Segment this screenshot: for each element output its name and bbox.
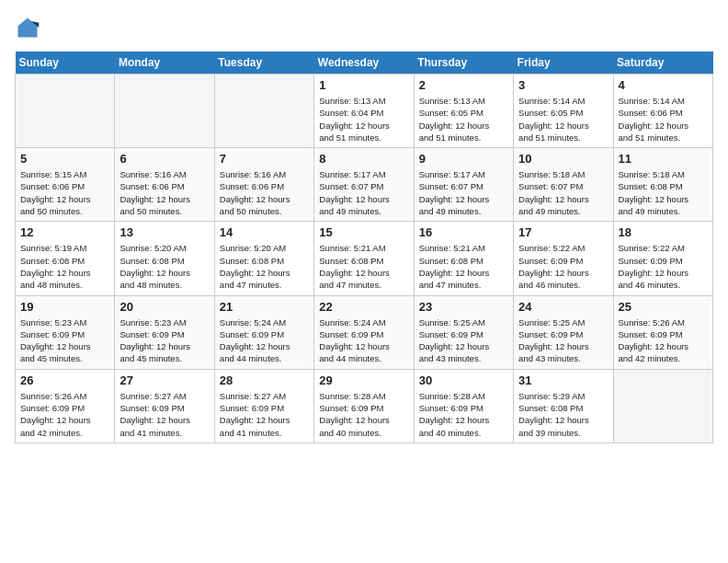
week-row-2: 5Sunrise: 5:15 AM Sunset: 6:06 PM Daylig…	[16, 148, 713, 222]
day-info: Sunrise: 5:14 AM Sunset: 6:06 PM Dayligh…	[619, 95, 708, 144]
day-info: Sunrise: 5:28 AM Sunset: 6:09 PM Dayligh…	[419, 390, 508, 439]
calendar-cell: 28Sunrise: 5:27 AM Sunset: 6:09 PM Dayli…	[214, 369, 313, 442]
header	[15, 15, 713, 40]
calendar-cell: 11Sunrise: 5:18 AM Sunset: 6:08 PM Dayli…	[613, 148, 712, 222]
day-number: 13	[119, 225, 209, 239]
calendar-cell: 30Sunrise: 5:28 AM Sunset: 6:09 PM Dayli…	[414, 369, 513, 442]
day-number: 30	[419, 373, 508, 387]
weekday-header-saturday: Saturday	[613, 52, 712, 75]
calendar-cell: 8Sunrise: 5:17 AM Sunset: 6:07 PM Daylig…	[314, 148, 414, 222]
day-number: 20	[119, 300, 209, 314]
calendar-cell: 20Sunrise: 5:23 AM Sunset: 6:09 PM Dayli…	[115, 295, 214, 369]
day-info: Sunrise: 5:27 AM Sunset: 6:09 PM Dayligh…	[119, 390, 209, 439]
calendar-cell: 12Sunrise: 5:19 AM Sunset: 6:08 PM Dayli…	[16, 222, 115, 295]
calendar-cell: 14Sunrise: 5:20 AM Sunset: 6:08 PM Dayli…	[214, 222, 313, 295]
day-number: 26	[20, 373, 109, 387]
calendar-cell: 24Sunrise: 5:25 AM Sunset: 6:09 PM Dayli…	[514, 295, 613, 369]
day-info: Sunrise: 5:16 AM Sunset: 6:06 PM Dayligh…	[220, 168, 309, 217]
day-number: 9	[419, 152, 508, 166]
day-number: 3	[518, 78, 608, 92]
day-info: Sunrise: 5:24 AM Sunset: 6:09 PM Dayligh…	[319, 316, 408, 365]
day-info: Sunrise: 5:20 AM Sunset: 6:08 PM Dayligh…	[119, 242, 209, 291]
day-number: 25	[619, 300, 708, 314]
day-number: 4	[619, 78, 708, 92]
calendar-cell	[16, 75, 115, 148]
day-info: Sunrise: 5:23 AM Sunset: 6:09 PM Dayligh…	[119, 316, 209, 365]
day-number: 31	[518, 373, 608, 387]
day-number: 23	[419, 300, 508, 314]
calendar-cell: 5Sunrise: 5:15 AM Sunset: 6:06 PM Daylig…	[16, 148, 115, 222]
day-number: 17	[518, 225, 608, 239]
day-number: 22	[319, 300, 408, 314]
svg-marker-0	[18, 18, 38, 38]
day-number: 5	[20, 152, 109, 166]
calendar-cell: 6Sunrise: 5:16 AM Sunset: 6:06 PM Daylig…	[115, 148, 214, 222]
day-number: 28	[220, 373, 309, 387]
day-info: Sunrise: 5:22 AM Sunset: 6:09 PM Dayligh…	[518, 242, 608, 291]
weekday-header-tuesday: Tuesday	[214, 52, 313, 75]
calendar-cell	[214, 75, 313, 148]
week-row-3: 12Sunrise: 5:19 AM Sunset: 6:08 PM Dayli…	[16, 222, 713, 295]
day-number: 12	[20, 225, 109, 239]
weekday-header-thursday: Thursday	[414, 52, 513, 75]
day-info: Sunrise: 5:17 AM Sunset: 6:07 PM Dayligh…	[319, 168, 408, 217]
calendar-cell: 10Sunrise: 5:18 AM Sunset: 6:07 PM Dayli…	[514, 148, 613, 222]
calendar-cell: 25Sunrise: 5:26 AM Sunset: 6:09 PM Dayli…	[613, 295, 712, 369]
calendar-cell: 15Sunrise: 5:21 AM Sunset: 6:08 PM Dayli…	[314, 222, 414, 295]
day-info: Sunrise: 5:22 AM Sunset: 6:09 PM Dayligh…	[619, 242, 708, 291]
day-info: Sunrise: 5:15 AM Sunset: 6:06 PM Dayligh…	[20, 168, 109, 217]
day-number: 7	[220, 152, 309, 166]
day-info: Sunrise: 5:26 AM Sunset: 6:09 PM Dayligh…	[619, 316, 708, 365]
calendar-cell: 17Sunrise: 5:22 AM Sunset: 6:09 PM Dayli…	[514, 222, 613, 295]
calendar-cell: 13Sunrise: 5:20 AM Sunset: 6:08 PM Dayli…	[115, 222, 214, 295]
calendar-cell: 4Sunrise: 5:14 AM Sunset: 6:06 PM Daylig…	[613, 75, 712, 148]
weekday-header-friday: Friday	[514, 52, 613, 75]
day-number: 16	[419, 225, 508, 239]
day-info: Sunrise: 5:14 AM Sunset: 6:05 PM Dayligh…	[518, 95, 608, 144]
logo	[15, 15, 44, 40]
day-info: Sunrise: 5:16 AM Sunset: 6:06 PM Dayligh…	[119, 168, 209, 217]
weekday-header-monday: Monday	[115, 52, 214, 75]
calendar-cell: 22Sunrise: 5:24 AM Sunset: 6:09 PM Dayli…	[314, 295, 414, 369]
week-row-1: 1Sunrise: 5:13 AM Sunset: 6:04 PM Daylig…	[16, 75, 713, 148]
calendar-cell: 27Sunrise: 5:27 AM Sunset: 6:09 PM Dayli…	[115, 369, 214, 442]
calendar-cell: 19Sunrise: 5:23 AM Sunset: 6:09 PM Dayli…	[16, 295, 115, 369]
day-number: 6	[119, 152, 209, 166]
day-number: 1	[319, 78, 408, 92]
calendar-cell: 29Sunrise: 5:28 AM Sunset: 6:09 PM Dayli…	[314, 369, 414, 442]
calendar-cell: 3Sunrise: 5:14 AM Sunset: 6:05 PM Daylig…	[514, 75, 613, 148]
calendar-cell: 16Sunrise: 5:21 AM Sunset: 6:08 PM Dayli…	[414, 222, 513, 295]
day-info: Sunrise: 5:18 AM Sunset: 6:07 PM Dayligh…	[518, 168, 608, 217]
day-info: Sunrise: 5:13 AM Sunset: 6:04 PM Dayligh…	[319, 95, 408, 144]
calendar-table: SundayMondayTuesdayWednesdayThursdayFrid…	[15, 52, 713, 443]
calendar-cell: 18Sunrise: 5:22 AM Sunset: 6:09 PM Dayli…	[613, 222, 712, 295]
day-info: Sunrise: 5:28 AM Sunset: 6:09 PM Dayligh…	[319, 390, 408, 439]
day-number: 29	[319, 373, 408, 387]
logo-icon	[15, 15, 40, 40]
day-info: Sunrise: 5:26 AM Sunset: 6:09 PM Dayligh…	[20, 390, 109, 439]
day-number: 18	[619, 225, 708, 239]
day-info: Sunrise: 5:20 AM Sunset: 6:08 PM Dayligh…	[220, 242, 309, 291]
day-number: 2	[419, 78, 508, 92]
day-info: Sunrise: 5:25 AM Sunset: 6:09 PM Dayligh…	[419, 316, 508, 365]
calendar-cell	[115, 75, 214, 148]
day-info: Sunrise: 5:25 AM Sunset: 6:09 PM Dayligh…	[518, 316, 608, 365]
week-row-5: 26Sunrise: 5:26 AM Sunset: 6:09 PM Dayli…	[16, 369, 713, 442]
day-info: Sunrise: 5:19 AM Sunset: 6:08 PM Dayligh…	[20, 242, 109, 291]
day-info: Sunrise: 5:24 AM Sunset: 6:09 PM Dayligh…	[220, 316, 309, 365]
calendar-cell: 21Sunrise: 5:24 AM Sunset: 6:09 PM Dayli…	[214, 295, 313, 369]
calendar-cell: 1Sunrise: 5:13 AM Sunset: 6:04 PM Daylig…	[314, 75, 414, 148]
day-number: 8	[319, 152, 408, 166]
day-number: 15	[319, 225, 408, 239]
calendar-cell: 23Sunrise: 5:25 AM Sunset: 6:09 PM Dayli…	[414, 295, 513, 369]
day-number: 11	[619, 152, 708, 166]
day-info: Sunrise: 5:18 AM Sunset: 6:08 PM Dayligh…	[619, 168, 708, 217]
day-info: Sunrise: 5:21 AM Sunset: 6:08 PM Dayligh…	[419, 242, 508, 291]
day-number: 19	[20, 300, 109, 314]
day-number: 27	[119, 373, 209, 387]
day-info: Sunrise: 5:23 AM Sunset: 6:09 PM Dayligh…	[20, 316, 109, 365]
day-info: Sunrise: 5:17 AM Sunset: 6:07 PM Dayligh…	[419, 168, 508, 217]
week-row-4: 19Sunrise: 5:23 AM Sunset: 6:09 PM Dayli…	[16, 295, 713, 369]
calendar-cell: 9Sunrise: 5:17 AM Sunset: 6:07 PM Daylig…	[414, 148, 513, 222]
day-number: 24	[518, 300, 608, 314]
